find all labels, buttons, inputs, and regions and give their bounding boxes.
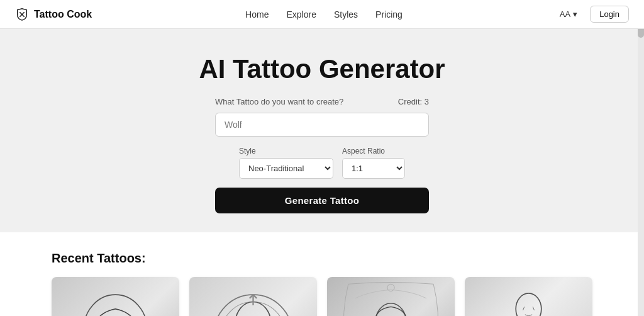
svg-point-17 xyxy=(375,303,407,316)
svg-line-25 xyxy=(533,307,534,311)
tattoo-card[interactable]: Gladiator Graffiti xyxy=(52,277,179,316)
tattoo-image-1 xyxy=(52,277,179,316)
tattoo-image-3 xyxy=(327,277,455,316)
chevron-down-icon: ▾ xyxy=(573,9,577,19)
recent-title: Recent Tattoos: xyxy=(52,251,592,266)
selects-row: Style Neo-Traditional Traditional Realis… xyxy=(114,147,530,179)
nav-right: AА ▾ Login xyxy=(556,6,629,23)
tattoo-image-2 xyxy=(189,277,317,316)
logo-icon xyxy=(15,8,29,21)
generate-button[interactable]: Generate Tattoo xyxy=(215,188,429,213)
svg-point-21 xyxy=(516,293,541,316)
navbar: Tattoo Cook Home Explore Styles Pricing … xyxy=(0,0,644,29)
logo-text: Tattoo Cook xyxy=(34,9,92,20)
language-button[interactable]: AА ▾ xyxy=(556,7,581,21)
nav-pricing[interactable]: Pricing xyxy=(375,9,402,20)
nav-home[interactable]: Home xyxy=(245,9,269,20)
svg-line-24 xyxy=(523,307,524,311)
style-label: Style xyxy=(239,147,256,155)
credit-label: Credit: 3 xyxy=(398,97,429,106)
subtitle-row: What Tattoo do you want to create? Credi… xyxy=(215,97,429,106)
nav-explore[interactable]: Explore xyxy=(286,9,316,20)
tattoo-card-3[interactable]: Gladiator Gothic xyxy=(327,277,455,316)
nav-styles[interactable]: Styles xyxy=(334,9,358,20)
hero-title: AI Tattoo Generator xyxy=(114,54,530,84)
recent-section: Recent Tattoos: xyxy=(52,232,592,316)
style-group: Style Neo-Traditional Traditional Realis… xyxy=(239,147,333,179)
tattoo-grid: Gladiator Graffiti xyxy=(52,277,592,316)
aspect-group: Aspect Ratio 1:1 4:3 3:4 16:9 9:16 xyxy=(342,147,405,179)
scrollbar-track[interactable] xyxy=(638,0,644,316)
page-body: Recent Tattoos: xyxy=(0,232,644,316)
tattoo-image-4 xyxy=(465,277,592,316)
login-button[interactable]: Login xyxy=(590,6,629,23)
hero-section: AI Tattoo Generator What Tattoo do you w… xyxy=(102,29,542,232)
svg-point-2 xyxy=(84,295,148,316)
style-select[interactable]: Neo-Traditional Traditional Realistic Wa… xyxy=(239,158,333,179)
tattoo-card-4[interactable]: Gladiator Gothic xyxy=(465,277,592,316)
aspect-select[interactable]: 1:1 4:3 3:4 16:9 9:16 xyxy=(342,158,405,179)
svg-point-20 xyxy=(387,285,394,291)
aspect-label: Aspect Ratio xyxy=(342,147,385,155)
nav-links: Home Explore Styles Pricing xyxy=(245,9,402,20)
logo[interactable]: Tattoo Cook xyxy=(15,8,92,21)
subtitle-text: What Tattoo do you want to create? xyxy=(215,97,343,106)
lang-label: AА xyxy=(560,9,570,19)
tattoo-card-2[interactable]: Gladiator Abstract xyxy=(189,277,317,316)
tattoo-input[interactable] xyxy=(215,113,429,137)
